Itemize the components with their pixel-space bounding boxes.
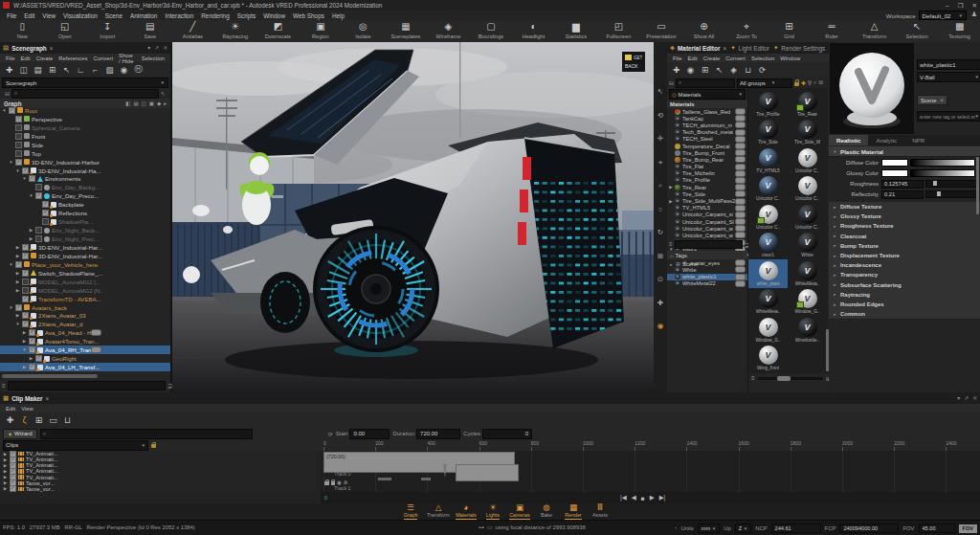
- visibility-checkbox[interactable]: [22, 167, 29, 174]
- menu-scene[interactable]: Scene: [101, 12, 126, 19]
- sg-tool-icon-1[interactable]: ◫: [16, 65, 31, 75]
- tree-item-georight[interactable]: ▶GeoRight: [0, 354, 170, 363]
- tree-item-avatars-back[interactable]: ▼Avatars_back: [0, 303, 170, 312]
- close-tab-icon[interactable]: ×: [50, 45, 54, 52]
- viewport-tool-9[interactable]: ✚: [657, 300, 663, 307]
- groups-dropdown[interactable]: All groups▼: [737, 78, 792, 88]
- expand-icon[interactable]: ▶: [15, 313, 20, 318]
- expand-icon[interactable]: ▼: [15, 168, 20, 173]
- expand-icon[interactable]: ▶: [29, 228, 33, 233]
- viewport-tool-2[interactable]: ✛: [657, 135, 663, 143]
- dock-render[interactable]: ▦Render: [563, 503, 584, 520]
- material-tire-bump-front[interactable]: Tire_Bump_Front: [667, 149, 747, 156]
- value-field[interactable]: 0.21: [881, 190, 924, 199]
- expand-icon[interactable]: ▶: [3, 457, 8, 462]
- expand-icon[interactable]: ▶: [29, 356, 33, 361]
- material-unicolor-carpaint-w[interactable]: vUnicolor_Carpaint_w: [667, 225, 747, 232]
- toolbar-import[interactable]: ↧Import: [86, 20, 129, 42]
- material-tv-html5[interactable]: vTV_HTML5: [667, 205, 747, 212]
- lock-icon[interactable]: [151, 444, 156, 448]
- material-white-plastic1[interactable]: vwhite_plastic1: [667, 274, 747, 280]
- expand-icon[interactable]: ▶: [3, 469, 8, 474]
- thumbnail-unicolor-c[interactable]: VUnicolor C..: [748, 175, 788, 204]
- expand-icon[interactable]: ▶: [669, 185, 673, 189]
- float-panel-icon[interactable]: ↗: [154, 45, 159, 51]
- material-white[interactable]: vWhite: [667, 266, 747, 273]
- sg-tool-icon-4[interactable]: ↖: [59, 65, 74, 75]
- tree-item-ava-04-lh-transf[interactable]: ▶Ava_04_LH_Transf...: [0, 363, 170, 371]
- dock-cameras[interactable]: ▣Cameras: [509, 503, 530, 520]
- visibility-checkbox[interactable]: [22, 244, 29, 251]
- visibility-checkbox[interactable]: [29, 364, 35, 370]
- link-icon[interactable]: ⊶: [479, 524, 484, 530]
- menu-visualization[interactable]: Visualization: [59, 12, 101, 19]
- me-tool-icon-2[interactable]: ⊞: [698, 65, 712, 75]
- viewport-tool-6[interactable]: ↻: [657, 229, 663, 236]
- workspace-dropdown[interactable]: Default_02▼: [919, 11, 967, 20]
- color-swatch[interactable]: [881, 169, 908, 177]
- cursor-mode-icon[interactable]: ↖: [161, 90, 166, 97]
- me-tool-icon-0[interactable]: ✚: [669, 65, 683, 75]
- visibility-checkbox[interactable]: [15, 261, 22, 268]
- dock-transform[interactable]: △Transform: [427, 503, 450, 518]
- visibility-checkbox[interactable]: [15, 159, 22, 166]
- material-unicolor-carpaint-si[interactable]: vUnicolor_Carpaint_si: [667, 212, 747, 218]
- expand-icon[interactable]: ▶: [669, 199, 673, 204]
- material-list-dropdown[interactable]: ◇Materials▼: [669, 89, 746, 100]
- thumbnail-unicolor-c[interactable]: VUnicolor C..: [788, 203, 827, 232]
- visibility-checkbox[interactable]: [29, 346, 35, 353]
- filter-funnel-icon[interactable]: ∇: [808, 79, 812, 86]
- toolbar-region[interactable]: ▣Region: [300, 20, 343, 42]
- toolbar-sceneplates[interactable]: ▦Sceneplates: [385, 20, 428, 42]
- visibility-checkbox[interactable]: [35, 355, 42, 362]
- me-tool-icon-5[interactable]: ⊔: [741, 65, 755, 75]
- menu-edit[interactable]: Edit: [20, 12, 38, 19]
- material-tire-michelin[interactable]: vTire_Michelin: [667, 170, 747, 177]
- visibility-checkbox[interactable]: [22, 253, 29, 259]
- expand-icon[interactable]: ▶: [15, 245, 20, 250]
- menu-view[interactable]: View: [38, 12, 59, 19]
- tab-material-editor[interactable]: ◈Material Editor×: [670, 44, 726, 52]
- toolbar-raytracing[interactable]: ☀Raytracing: [214, 20, 257, 42]
- sg-tool-icon-8[interactable]: ◉: [117, 65, 131, 75]
- color-ramp[interactable]: [910, 159, 975, 167]
- thumbnail-visor1[interactable]: Vvisor1: [748, 232, 788, 260]
- toolbar-downscale[interactable]: ◩Downscale: [256, 20, 300, 42]
- close-panel-icon[interactable]: ✕: [163, 45, 167, 51]
- expand-icon[interactable]: ▶: [3, 475, 8, 479]
- close-panel-icon[interactable]: ✕: [972, 395, 977, 401]
- timeline-ruler[interactable]: 0200400600800100012001400160018002000220…: [321, 439, 980, 451]
- viewport-tool-0[interactable]: ↖: [657, 88, 663, 96]
- toolbar-open[interactable]: ◱Open: [44, 20, 87, 42]
- visibility-checkbox[interactable]: [35, 235, 42, 242]
- me-menu-selection[interactable]: Selection: [748, 56, 777, 61]
- tree-item-spherical-camera[interactable]: Spherical_Camera: [0, 123, 170, 132]
- expand-icon[interactable]: ▶: [22, 339, 27, 344]
- toolbar-antialias[interactable]: ╱Antialias: [171, 20, 214, 42]
- thumbnail-window-g[interactable]: VWindow_G..: [788, 288, 827, 317]
- sg-tool-icon-7[interactable]: ▧: [102, 65, 117, 75]
- up-axis-dropdown[interactable]: Z ▼: [735, 524, 751, 533]
- material-taillens-glass-red[interactable]: Taillens_Glass_Red: [667, 108, 747, 115]
- remove-tag-icon[interactable]: ✕: [939, 98, 944, 103]
- user-account-icon[interactable]: ♟: [971, 11, 977, 18]
- lock-icon[interactable]: [794, 82, 799, 86]
- me-menu-edit[interactable]: Edit: [685, 56, 701, 61]
- material-filter-input[interactable]: [675, 240, 743, 249]
- start-field[interactable]: 0.00: [349, 429, 390, 439]
- visibility-checkbox[interactable]: [15, 116, 22, 123]
- toolbar-wireframe[interactable]: ◈Wireframe: [427, 20, 470, 42]
- tree-item-model-auroramg2[interactable]: ▶MODEL_AuroraMG2 [...: [0, 278, 170, 286]
- tab-render-settings[interactable]: ✦Render Settings: [773, 44, 825, 52]
- visibility-checkbox[interactable]: [22, 287, 29, 294]
- minimize-button[interactable]: –: [946, 2, 949, 9]
- tree-item-avatar4torso-tran[interactable]: ▶Avatar4Torso_Tran...: [0, 337, 170, 346]
- expand-icon[interactable]: ▸: [669, 262, 674, 267]
- color-ramp[interactable]: [910, 169, 975, 177]
- close-tab-icon[interactable]: ×: [45, 395, 49, 402]
- tree-item-3d-env-industrial-ha[interactable]: ▼3D-ENV_Industrial-Ha...: [0, 167, 170, 175]
- thumbnail-white-plast[interactable]: Vwhite_plast: [748, 259, 788, 288]
- expand-icon[interactable]: ▶: [3, 480, 8, 485]
- viewport-3d[interactable]: GET BACK: [172, 42, 654, 392]
- expand-icon[interactable]: ▶: [15, 271, 20, 276]
